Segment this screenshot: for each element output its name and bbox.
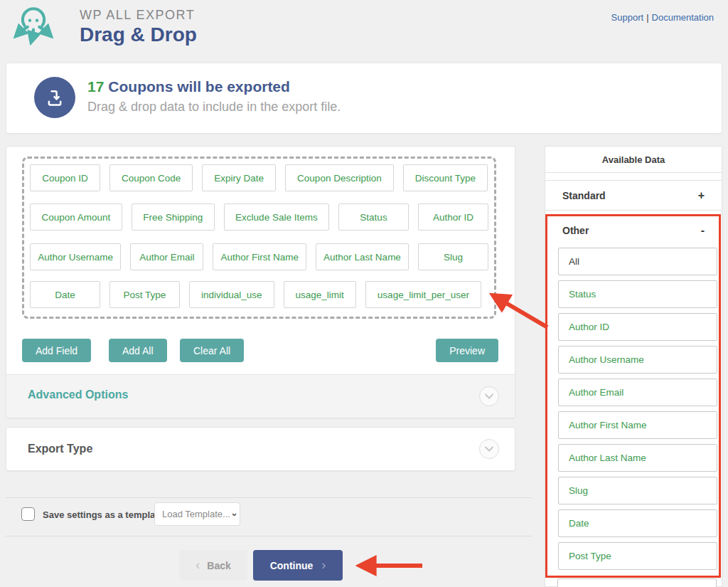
field-chip[interactable]: Exclude Sale Items xyxy=(224,203,329,231)
brand: WP ALL EXPORT Drag & Drop xyxy=(80,8,197,46)
group-label: Standard xyxy=(562,190,606,201)
available-data-sidebar: Available Data Standard + Other - All St… xyxy=(545,146,722,587)
chevron-down-icon xyxy=(485,446,493,452)
drag-drop-zone[interactable]: Coupon IDCoupon CodeExpiry DateCoupon De… xyxy=(22,157,496,319)
available-field-item[interactable]: Author Email xyxy=(558,379,717,406)
field-chip[interactable]: Date xyxy=(30,281,100,308)
link-separator: | xyxy=(646,12,648,23)
available-field-item[interactable]: Author ID xyxy=(558,313,717,341)
add-field-button[interactable]: Add Field xyxy=(22,339,91,362)
advanced-options-expand-button[interactable] xyxy=(479,386,499,406)
field-chip[interactable]: individual_use xyxy=(189,281,274,308)
collapse-icon[interactable]: - xyxy=(701,224,705,237)
continue-button[interactable]: Continue › xyxy=(253,550,343,581)
export-type-section[interactable]: Export Type xyxy=(6,427,515,471)
page-title: Drag & Drop xyxy=(80,23,197,46)
chip-row: Coupon AmountFree ShippingExclude Sale I… xyxy=(30,203,488,231)
field-chip[interactable]: Free Shipping xyxy=(132,203,215,231)
field-chip[interactable]: Status xyxy=(338,203,409,231)
other-fields-list: All Status Author ID Author Username Aut… xyxy=(558,248,717,575)
available-field-item[interactable]: Post Type xyxy=(558,542,717,570)
export-fields-panel: Coupon IDCoupon CodeExpiry DateCoupon De… xyxy=(6,146,515,418)
save-template-label: Save settings as a template xyxy=(43,509,164,520)
available-field-item[interactable]: Author Username xyxy=(558,346,717,374)
header: WP ALL EXPORT Drag & Drop Support|Docume… xyxy=(0,0,728,61)
field-chip[interactable]: Author Email xyxy=(130,243,203,270)
available-field-item[interactable]: All xyxy=(558,248,717,275)
sidebar-group-other[interactable]: Other - xyxy=(545,215,722,246)
available-field-item[interactable]: Author Last Name xyxy=(558,444,717,472)
back-button-label: Back xyxy=(207,560,230,571)
load-template-value: Load Template... xyxy=(162,509,230,519)
chip-row: Author UsernameAuthor EmailAuthor First … xyxy=(30,243,488,270)
clear-all-button[interactable]: Clear All xyxy=(180,339,244,362)
field-chip[interactable]: Discount Type xyxy=(403,164,488,191)
chip-row: DatePost Typeindividual_useusage_limitus… xyxy=(30,281,488,308)
field-chip[interactable]: Author Username xyxy=(30,243,121,270)
export-type-label: Export Type xyxy=(28,443,92,455)
support-link[interactable]: Support xyxy=(611,12,644,23)
documentation-link[interactable]: Documentation xyxy=(652,12,714,23)
field-chip[interactable]: Slug xyxy=(418,243,488,270)
field-chip[interactable]: usage_limit_per_user xyxy=(365,281,481,308)
add-all-button[interactable]: Add All xyxy=(109,339,167,362)
divider xyxy=(6,497,532,498)
available-field-item[interactable]: Slug xyxy=(558,477,717,504)
export-subtitle: Drag & drop data to include in the expor… xyxy=(87,100,341,115)
chevron-left-icon: ‹ xyxy=(196,559,200,571)
field-toolbar: Add Field Add All Clear All Preview xyxy=(22,339,498,362)
export-type-expand-button[interactable] xyxy=(479,439,499,459)
field-chip[interactable]: Coupon ID xyxy=(30,164,100,191)
header-links: Support|Documentation xyxy=(611,12,714,23)
advanced-options-label: Advanced Options xyxy=(28,388,128,401)
group-label: Other xyxy=(562,225,589,236)
export-count: 17 xyxy=(87,78,104,95)
load-template-select[interactable]: Load Template... ⌄ xyxy=(154,502,240,526)
available-field-item[interactable]: Author First Name xyxy=(558,411,717,439)
field-chip[interactable]: Author ID xyxy=(418,203,488,231)
available-field-item[interactable]: Date xyxy=(558,509,717,537)
chevron-down-icon xyxy=(485,393,493,399)
field-chip[interactable]: Coupon Amount xyxy=(30,203,122,231)
available-field-item[interactable]: Status xyxy=(558,280,717,308)
expand-icon[interactable]: + xyxy=(698,189,705,202)
field-chip[interactable]: Coupon Description xyxy=(285,164,394,191)
preview-button[interactable]: Preview xyxy=(436,339,498,362)
export-count-text: Coupons will be exported xyxy=(108,78,290,95)
field-chip[interactable]: Post Type xyxy=(109,281,180,308)
field-chip[interactable]: usage_limit xyxy=(284,281,356,308)
export-icon xyxy=(34,77,75,118)
field-chip[interactable]: Expiry Date xyxy=(202,164,276,191)
continue-button-label: Continue xyxy=(270,560,314,571)
sidebar-group-standard[interactable]: Standard + xyxy=(545,180,722,211)
octopus-logo-icon xyxy=(7,3,60,50)
available-data-title: Available Data xyxy=(545,147,722,173)
back-button[interactable]: ‹ Back xyxy=(179,550,247,581)
brand-name: WP ALL EXPORT xyxy=(80,8,197,23)
field-chip[interactable]: Coupon Code xyxy=(109,164,193,191)
export-count-title: 17Coupons will be exported xyxy=(87,78,290,95)
field-chip[interactable]: Author First Name xyxy=(213,243,306,270)
chip-row: Coupon IDCoupon CodeExpiry DateCoupon De… xyxy=(30,164,488,191)
divider xyxy=(6,536,532,536)
field-chip[interactable]: Author Last Name xyxy=(316,243,409,270)
advanced-options-section[interactable]: Advanced Options xyxy=(6,374,515,418)
chevron-right-icon: › xyxy=(321,559,326,571)
save-template-checkbox[interactable] xyxy=(21,507,35,521)
available-field-item-partial[interactable] xyxy=(557,578,717,587)
export-summary-banner: 17Coupons will be exported Drag & drop d… xyxy=(6,63,722,134)
